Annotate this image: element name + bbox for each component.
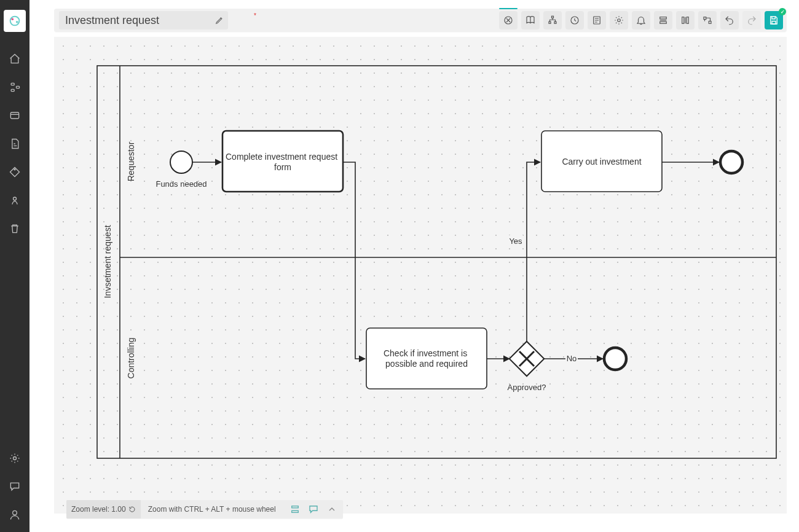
svg-rect-13 xyxy=(549,22,551,23)
svg-rect-21 xyxy=(687,17,688,24)
svg-rect-20 xyxy=(682,17,684,24)
tool-align-v[interactable] xyxy=(676,11,695,29)
svg-point-7 xyxy=(14,169,15,170)
tool-structure[interactable] xyxy=(543,11,562,29)
tool-distribute[interactable] xyxy=(698,11,717,29)
statusbar-comments-icon[interactable] xyxy=(306,502,321,517)
unsaved-indicator: * xyxy=(254,12,256,19)
logo-icon xyxy=(8,14,22,28)
svg-point-8 xyxy=(14,197,17,200)
nav-reports-icon[interactable] xyxy=(6,135,23,152)
topbar: Investment request * xyxy=(54,9,787,32)
statusbar: Zoom level: 1.00 Zoom with CTRL + ALT + … xyxy=(66,500,343,518)
save-ok-badge: ✓ xyxy=(779,8,786,15)
nav-home-icon[interactable] xyxy=(6,50,23,68)
svg-rect-30 xyxy=(292,506,299,508)
task-check-label: Check if investment is possible and requ… xyxy=(384,348,470,369)
svg-rect-19 xyxy=(660,22,667,23)
svg-point-2 xyxy=(16,21,18,23)
svg-point-17 xyxy=(618,19,621,22)
flow-gateway-yes[interactable] xyxy=(527,162,540,342)
tool-redo xyxy=(742,11,761,29)
svg-point-1 xyxy=(12,18,14,20)
nav-strategy-icon[interactable] xyxy=(6,192,23,209)
diagram-title-field[interactable]: Investment request xyxy=(59,11,228,29)
tool-undo[interactable] xyxy=(720,11,739,29)
edge-label-no[interactable]: No xyxy=(567,354,577,363)
end-event-bottom[interactable] xyxy=(604,348,626,370)
gateway-label[interactable]: Approved? xyxy=(508,383,546,392)
nav-settings-icon[interactable] xyxy=(6,450,23,467)
bpmn-diagram[interactable]: Invsetment request Requestor Controlling… xyxy=(54,37,787,514)
nav-trash-icon[interactable] xyxy=(6,220,23,237)
nav-account-icon[interactable] xyxy=(6,506,23,523)
diagram-title-text: Investment request xyxy=(65,14,215,27)
svg-rect-31 xyxy=(292,510,299,512)
tool-notifications[interactable] xyxy=(632,11,650,29)
lane-requestor-label[interactable]: Requestor xyxy=(126,141,136,181)
save-button[interactable]: ✓ xyxy=(765,11,783,29)
tool-history[interactable] xyxy=(565,11,584,29)
edit-title-icon[interactable] xyxy=(215,15,224,25)
svg-rect-6 xyxy=(10,112,18,119)
svg-rect-4 xyxy=(11,89,14,91)
statusbar-layout-icon[interactable] xyxy=(288,502,302,517)
sidebar xyxy=(0,0,30,532)
nav-feedback-icon[interactable] xyxy=(6,478,23,495)
svg-point-0 xyxy=(10,17,20,26)
tool-settings[interactable] xyxy=(610,11,628,29)
statusbar-collapse-icon[interactable] xyxy=(325,502,339,517)
canvas-viewport[interactable]: Invsetment request Requestor Controlling… xyxy=(54,37,787,514)
tool-align-h[interactable] xyxy=(654,11,672,29)
zoom-hint: Zoom with CTRL + ALT + mouse wheel xyxy=(141,505,283,514)
svg-rect-3 xyxy=(11,83,14,85)
lane-controlling-label[interactable]: Controlling xyxy=(126,338,136,379)
svg-rect-14 xyxy=(554,22,556,23)
svg-point-10 xyxy=(13,510,17,515)
task-carry-out-label: Carry out investment xyxy=(562,157,641,166)
toolbar: ✓ xyxy=(499,11,783,29)
tool-details[interactable] xyxy=(588,11,606,29)
start-event[interactable] xyxy=(170,151,192,173)
svg-rect-24 xyxy=(97,66,776,458)
svg-rect-12 xyxy=(552,16,554,18)
end-event-top[interactable] xyxy=(720,151,742,173)
edge-label-yes[interactable]: Yes xyxy=(509,237,522,246)
zoom-label: Zoom level: 1.00 xyxy=(71,505,126,514)
start-event-label[interactable]: Funds needed xyxy=(155,179,207,189)
nav-dictionary-icon[interactable] xyxy=(6,107,23,124)
svg-point-9 xyxy=(14,457,17,460)
nav-processes-icon[interactable] xyxy=(6,79,23,96)
svg-rect-18 xyxy=(660,17,667,19)
tool-modeler[interactable] xyxy=(499,11,518,29)
pool-label[interactable]: Invsetment request xyxy=(103,225,112,298)
app-logo[interactable] xyxy=(4,10,26,32)
tool-documentation[interactable] xyxy=(521,11,540,29)
svg-rect-5 xyxy=(17,86,20,88)
svg-rect-23 xyxy=(709,22,711,24)
nav-tags-icon[interactable] xyxy=(6,163,23,181)
editor-main: Investment request * xyxy=(30,0,799,532)
reset-zoom-icon[interactable] xyxy=(128,506,136,513)
svg-rect-22 xyxy=(704,17,706,20)
gateway-approved[interactable] xyxy=(510,342,545,377)
flow-task1-to-check[interactable] xyxy=(343,162,365,359)
